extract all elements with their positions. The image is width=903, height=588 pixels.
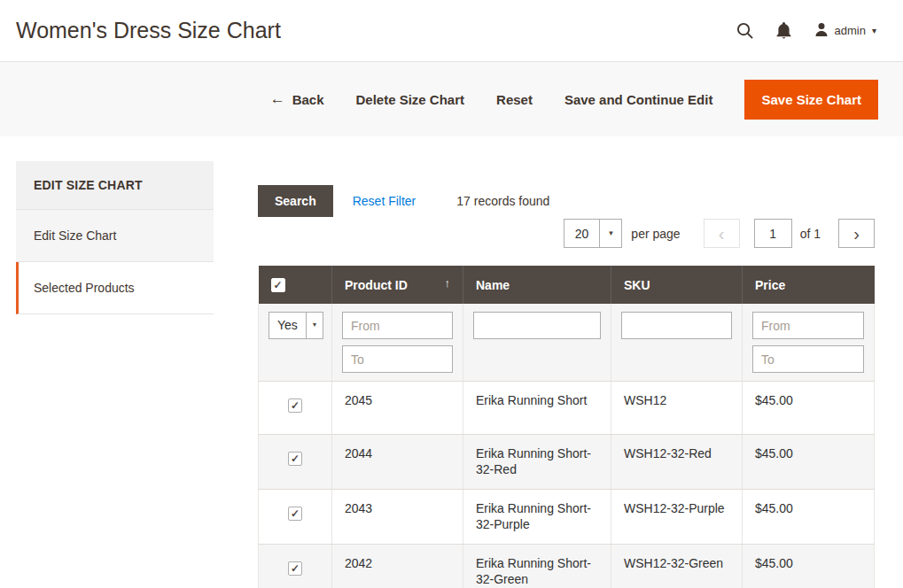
grid-controls: Search Reset Filter 17 records found [258, 185, 875, 217]
sku-filter-input[interactable] [621, 312, 732, 339]
back-button[interactable]: ← Back [270, 90, 324, 108]
per-page-select[interactable]: 20 ▼ [564, 219, 623, 248]
pagination-bar: 20 ▼ per page ‹ of 1 › [258, 219, 875, 248]
price-filter-cell [743, 304, 875, 382]
product-id-from-input[interactable] [342, 312, 453, 339]
row-checkbox[interactable]: ✓ [288, 507, 302, 521]
sidebar-title: EDIT SIZE CHART [16, 161, 214, 210]
product-name-cell: Erika Running Short-32-Purple [463, 490, 611, 545]
page-title: Women's Dress Size Chart [16, 18, 281, 43]
name-filter-cell [463, 304, 611, 382]
sidebar: EDIT SIZE CHART Edit Size Chart Selected… [16, 161, 214, 314]
records-found-text: 17 records found [456, 194, 549, 208]
row-checkbox[interactable]: ✓ [288, 452, 302, 466]
products-grid: ✓ Product ID ↑ Name SKU Price [258, 266, 875, 588]
product-name-cell: Erika Running Short-32-Red [463, 435, 611, 490]
product-price-cell: $45.00 [743, 545, 875, 588]
main-panel: Search Reset Filter 17 records found 20 … [214, 161, 875, 588]
product-price-cell: $45.00 [743, 435, 875, 490]
sidebar-item-selected-products[interactable]: Selected Products [16, 262, 214, 314]
selected-filter-value: Yes [269, 313, 306, 338]
previous-page-button[interactable]: ‹ [704, 219, 740, 248]
product-id-filter-cell [332, 304, 463, 382]
user-icon [814, 22, 829, 39]
product-id-cell: 2043 [332, 490, 463, 545]
price-from-input[interactable] [752, 312, 864, 339]
save-size-chart-button[interactable]: Save Size Chart [744, 80, 878, 120]
product-row[interactable]: ✓ 2043 Erika Running Short-32-Purple WSH… [259, 490, 875, 545]
grid-filter-row: Yes ▼ [259, 304, 875, 382]
column-header-product-id[interactable]: Product ID ↑ [332, 266, 463, 304]
product-row[interactable]: ✓ 2045 Erika Running Short WSH12 $45.00 [259, 382, 875, 435]
admin-user-label: admin [835, 24, 866, 37]
product-id-cell: 2042 [332, 545, 463, 588]
product-sku-cell: WSH12-32-Red [611, 435, 743, 490]
sidebar-item-edit-size-chart[interactable]: Edit Size Chart [16, 210, 214, 262]
product-price-cell: $45.00 [743, 490, 875, 545]
per-page-value: 20 [564, 220, 600, 247]
grid-search-button[interactable]: Search [258, 185, 333, 217]
selected-filter-cell: Yes ▼ [259, 304, 332, 382]
notifications-bell-icon[interactable] [776, 22, 791, 39]
chevron-down-icon: ▼ [599, 220, 621, 247]
selected-filter-select[interactable]: Yes ▼ [269, 312, 323, 339]
chevron-left-icon: ‹ [719, 225, 725, 243]
column-header-product-id-label: Product ID [345, 278, 408, 292]
delete-size-chart-button[interactable]: Delete Size Chart [356, 92, 465, 107]
row-checkbox[interactable]: ✓ [288, 398, 302, 413]
content-area: EDIT SIZE CHART Edit Size Chart Selected… [0, 136, 903, 588]
product-price-cell: $45.00 [743, 382, 875, 435]
row-checkbox[interactable]: ✓ [288, 561, 302, 576]
product-id-to-input[interactable] [342, 345, 453, 373]
product-id-cell: 2044 [332, 435, 463, 490]
chevron-down-icon: ▼ [306, 313, 323, 338]
per-page-label: per page [631, 227, 680, 241]
product-sku-cell: WSH12-32-Purple [611, 490, 743, 545]
select-all-checkbox[interactable]: ✓ [271, 278, 285, 292]
column-header-sku[interactable]: SKU [611, 266, 743, 304]
reset-filter-link[interactable]: Reset Filter [353, 194, 416, 208]
product-name-cell: Erika Running Short-32-Green [463, 545, 611, 588]
search-icon[interactable] [736, 22, 753, 39]
admin-user-menu[interactable]: admin ▾ [814, 22, 876, 39]
product-sku-cell: WSH12-32-Green [611, 545, 743, 588]
action-toolbar: ← Back Delete Size Chart Reset Save and … [0, 62, 903, 136]
product-id-cell: 2045 [332, 382, 463, 435]
caret-down-icon: ▾ [872, 27, 876, 35]
product-sku-cell: WSH12 [611, 382, 743, 435]
page-header: Women's Dress Size Chart admin ▾ [0, 0, 903, 62]
column-header-price[interactable]: Price [743, 266, 875, 304]
back-arrow-icon: ← [270, 90, 285, 108]
reset-button[interactable]: Reset [496, 92, 533, 107]
product-row[interactable]: ✓ 2044 Erika Running Short-32-Red WSH12-… [259, 435, 875, 490]
sku-filter-cell [611, 304, 743, 382]
column-header-select: ✓ [259, 266, 332, 304]
back-button-label: Back [292, 92, 324, 107]
page-number-input[interactable] [754, 219, 792, 248]
header-actions: admin ▾ [736, 22, 876, 39]
next-page-button[interactable]: › [838, 219, 875, 248]
price-to-input[interactable] [752, 345, 864, 373]
product-name-cell: Erika Running Short [463, 382, 611, 435]
save-and-continue-button[interactable]: Save and Continue Edit [564, 92, 713, 107]
total-pages-text: of 1 [800, 227, 821, 241]
grid-header-row: ✓ Product ID ↑ Name SKU Price [259, 266, 875, 304]
column-header-name[interactable]: Name [463, 266, 611, 304]
sort-ascending-icon: ↑ [445, 276, 451, 290]
name-filter-input[interactable] [473, 312, 601, 339]
chevron-right-icon: › [853, 225, 860, 243]
product-row[interactable]: ✓ 2042 Erika Running Short-32-Green WSH1… [259, 545, 875, 588]
